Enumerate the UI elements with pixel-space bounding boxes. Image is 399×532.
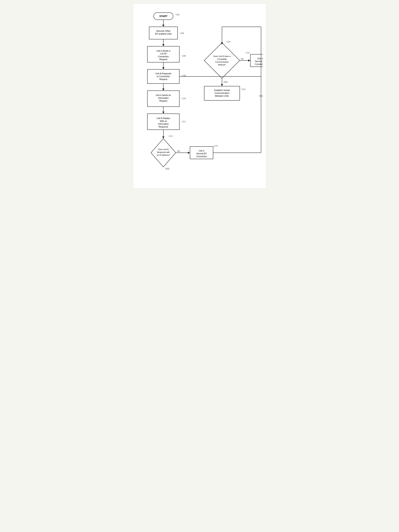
svg-text:YES: YES [259, 95, 263, 97]
svg-text:Responds with: Responds with [157, 151, 170, 153]
diagram-container: START ~202 Discover Other BT-enabled Uni… [133, 4, 266, 188]
svg-text:Establish Socket: Establish Socket [214, 89, 230, 92]
svg-text:Connection: Connection [255, 63, 263, 65]
svg-text:L2CAP: L2CAP [160, 52, 167, 55]
svg-text:NO: NO [177, 150, 180, 152]
svg-text:Unit B Responds: Unit B Responds [155, 72, 171, 75]
svg-text:~204: ~204 [179, 32, 184, 34]
svg-text:With an: With an [160, 120, 167, 122]
svg-text:BT-enabled Units: BT-enabled Units [155, 33, 171, 35]
svg-text:Does Unit B Have a: Does Unit B Have a [213, 55, 230, 57]
svg-text:Between Units: Between Units [215, 95, 229, 97]
svg-text:Information: Information [158, 123, 169, 125]
svg-text:Request: Request [159, 58, 167, 61]
svg-text:Unit A Sends a: Unit A Sends a [156, 50, 170, 52]
svg-text:Communication: Communication [215, 61, 229, 63]
svg-text:~212: ~212 [181, 120, 186, 123]
svg-text:NO: NO [241, 58, 244, 60]
svg-text:Compatible: Compatible [217, 58, 227, 60]
svg-text:Connection: Connection [196, 155, 207, 158]
svg-text:Use A: Use A [257, 57, 263, 60]
svg-text:an IP Address?: an IP Address? [157, 154, 170, 156]
svg-text:Unit B Replies: Unit B Replies [157, 117, 170, 120]
svg-text:~202: ~202 [175, 13, 180, 16]
svg-text:YES: YES [165, 168, 170, 170]
svg-text:Response: Response [158, 126, 168, 128]
svg-text:~224: ~224 [241, 88, 245, 90]
svg-text:Information: Information [158, 97, 169, 99]
svg-text:Normal BT: Normal BT [196, 152, 207, 155]
svg-text:YES: YES [223, 81, 228, 83]
svg-text:Method?: Method? [218, 64, 226, 66]
svg-text:Connection: Connection [158, 55, 169, 58]
svg-text:~214: ~214 [168, 135, 173, 137]
svg-text:Discover Other: Discover Other [156, 30, 170, 32]
svg-text:~222: ~222 [245, 51, 250, 54]
svg-text:Normal BT: Normal BT [255, 60, 263, 63]
svg-text:~216: ~216 [213, 144, 218, 147]
svg-text:Unit A Sends An: Unit A Sends An [156, 94, 171, 96]
svg-text:to Connection: to Connection [157, 75, 170, 78]
svg-text:Use A: Use A [198, 150, 204, 152]
svg-text:Request: Request [159, 100, 167, 102]
svg-text:~220: ~220 [226, 40, 230, 43]
svg-text:Request: Request [159, 78, 167, 81]
svg-text:~210: ~210 [181, 97, 186, 100]
svg-text:START: START [159, 15, 167, 18]
svg-text:Communication: Communication [215, 92, 229, 94]
svg-text:Does Unit B: Does Unit B [158, 148, 169, 150]
svg-text:~206: ~206 [181, 54, 186, 57]
